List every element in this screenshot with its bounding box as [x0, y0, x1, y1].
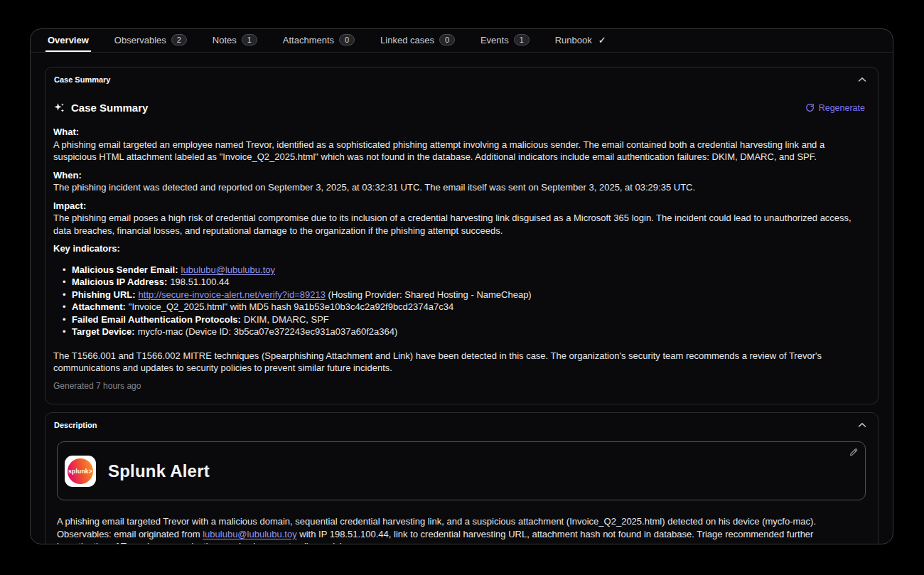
- what-text: A phishing email targeted an employee na…: [53, 139, 864, 163]
- tab-runbook[interactable]: Runbook ✓: [553, 29, 608, 52]
- description-email-link[interactable]: lubulubu@lubulubu.toy: [203, 529, 296, 539]
- indicator-phishing-url: Phishing URL:http://secure-invoice-alert…: [72, 289, 864, 301]
- description-collapse-button[interactable]: [856, 419, 869, 431]
- impact-label: Impact:: [53, 200, 864, 213]
- pencil-icon: [849, 447, 859, 457]
- tab-events-label: Events: [480, 35, 509, 45]
- tab-observables[interactable]: Observables 2: [112, 29, 189, 52]
- indicator-malicious-ip: Malicious IP Address:198.51.100.44: [72, 276, 864, 289]
- indicator-text: mycfo-mac (Device ID: 3b5ca07e372243ec93…: [138, 326, 398, 337]
- case-summary-card-title: Case Summary: [45, 68, 878, 84]
- when-label: When:: [53, 169, 864, 182]
- closing-text: The T1566.001 and T1566.002 MITRE techni…: [53, 350, 864, 375]
- key-indicators-label: Key indicators:: [53, 242, 864, 255]
- tab-attachments-count-badge: 0: [339, 34, 355, 45]
- indicator-label: Malicious IP Address:: [72, 276, 167, 287]
- runbook-check-icon: ✓: [598, 35, 606, 45]
- edit-description-button[interactable]: [849, 447, 859, 457]
- indicator-failed-auth: Failed Email Authentication Protocols:DK…: [72, 313, 864, 326]
- case-summary-body: What: A phishing email targeted an emplo…: [45, 114, 878, 404]
- tab-observables-label: Observables: [114, 35, 166, 45]
- indicator-text: "Invoice_Q2_2025.html" with MD5 hash 9a1…: [129, 301, 453, 312]
- description-text: A phishing email targeted Trevor with a …: [57, 515, 865, 544]
- indicator-label: Phishing URL:: [72, 289, 136, 300]
- description-card-title: Description: [45, 413, 878, 429]
- regenerate-label: Regenerate: [819, 103, 865, 113]
- indicator-attachment: Attachment:"Invoice_Q2_2025.html" with M…: [72, 301, 864, 313]
- tab-linked-cases[interactable]: Linked cases 0: [378, 29, 457, 52]
- indicator-label: Malicious Sender Email:: [72, 264, 178, 275]
- when-text: The phishing incident was detected and r…: [53, 181, 864, 194]
- sender-email-link[interactable]: lubulubu@lubulubu.toy: [181, 264, 275, 275]
- key-indicators-list: Malicious Sender Email:lubulubu@lubulubu…: [53, 264, 864, 338]
- tab-bar: Overview Observables 2 Notes 1 Attachmen…: [31, 29, 893, 53]
- indicator-malicious-sender-email: Malicious Sender Email:lubulubu@lubulubu…: [72, 264, 864, 276]
- case-summary-card: Case Summary Case Summary: [45, 67, 879, 404]
- tab-attachments-label: Attachments: [283, 35, 334, 45]
- impact-text: The phishing email poses a high risk of …: [53, 212, 864, 237]
- alert-title: Splunk Alert: [108, 461, 210, 481]
- indicator-text: DKIM, DMARC, SPF: [244, 314, 329, 325]
- case-panel: Overview Observables 2 Notes 1 Attachmen…: [30, 28, 893, 544]
- ai-summary-header: Case Summary Regenerate: [53, 102, 865, 114]
- case-summary-collapse-button[interactable]: [856, 73, 869, 86]
- indicator-text: (Hosting Provider: Shared Hosting - Name…: [326, 289, 532, 300]
- tab-notes-count-badge: 1: [242, 34, 257, 45]
- tab-linked-cases-count-badge: 0: [439, 34, 455, 45]
- tab-content: Case Summary Case Summary: [31, 53, 893, 544]
- generated-timestamp: Generated 7 hours ago: [53, 380, 864, 393]
- tab-runbook-label: Runbook: [555, 35, 592, 45]
- phishing-url-link[interactable]: http://secure-invoice-alert.net/verify?i…: [139, 289, 326, 300]
- splunk-logo-text: splunk>: [68, 468, 92, 475]
- indicator-target-device: Target Device:mycfo-mac (Device ID: 3b5c…: [72, 326, 864, 338]
- ai-summary-title: Case Summary: [53, 102, 148, 114]
- refresh-icon: [805, 103, 815, 112]
- what-label: What:: [53, 126, 864, 139]
- tab-linked-cases-label: Linked cases: [380, 35, 434, 45]
- tab-events[interactable]: Events 1: [478, 29, 532, 52]
- tab-notes[interactable]: Notes 1: [210, 29, 259, 52]
- tab-events-count-badge: 1: [514, 34, 530, 45]
- splunk-logo-circle: splunk>: [68, 458, 93, 484]
- tab-overview[interactable]: Overview: [45, 29, 91, 52]
- chevron-up-icon: [858, 422, 866, 428]
- indicator-label: Failed Email Authentication Protocols:: [72, 314, 241, 325]
- tab-observables-count-badge: 2: [171, 34, 187, 45]
- tab-notes-label: Notes: [213, 35, 237, 45]
- ai-summary-title-text: Case Summary: [71, 102, 148, 114]
- tab-attachments[interactable]: Attachments 0: [281, 29, 357, 52]
- indicator-label: Target Device:: [72, 326, 135, 337]
- description-card: Description splunk> Splunk Alert: [45, 412, 879, 544]
- indicator-text: 198.51.100.44: [170, 276, 229, 287]
- splunk-logo: splunk>: [65, 456, 96, 487]
- regenerate-button[interactable]: Regenerate: [805, 103, 865, 113]
- sparkles-icon: [53, 102, 65, 114]
- splunk-alert-banner: splunk> Splunk Alert: [57, 441, 866, 500]
- chevron-up-icon: [858, 77, 866, 82]
- indicator-label: Attachment:: [72, 301, 126, 312]
- tab-overview-label: Overview: [48, 35, 89, 45]
